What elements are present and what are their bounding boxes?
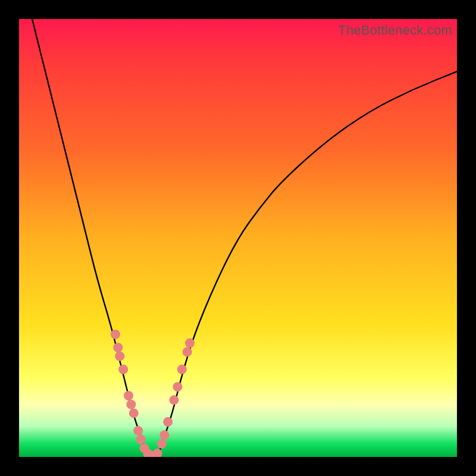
curve-marker bbox=[170, 395, 179, 405]
curve-marker bbox=[159, 430, 169, 440]
curve-svg bbox=[19, 19, 457, 457]
curve-marker bbox=[177, 365, 187, 374]
curve-marker bbox=[113, 343, 123, 352]
curve-marker bbox=[136, 435, 146, 444]
curve-marker bbox=[173, 382, 182, 392]
curve-marker bbox=[115, 352, 124, 361]
curve-marker bbox=[126, 400, 136, 409]
bottleneck-curve bbox=[32, 19, 457, 457]
curve-marker bbox=[157, 439, 167, 449]
curve-marker bbox=[153, 449, 162, 457]
curve-marker bbox=[133, 426, 143, 436]
marker-group bbox=[111, 330, 195, 457]
curve-marker bbox=[111, 330, 120, 339]
plot-area: TheBottleneck.com bbox=[19, 19, 457, 457]
curve-marker bbox=[118, 365, 128, 374]
curve-marker bbox=[185, 339, 195, 348]
curve-marker bbox=[163, 417, 173, 427]
chart-frame: TheBottleneck.com bbox=[0, 0, 476, 476]
curve-marker bbox=[129, 408, 139, 418]
curve-marker bbox=[183, 347, 192, 356]
curve-marker bbox=[124, 391, 133, 400]
